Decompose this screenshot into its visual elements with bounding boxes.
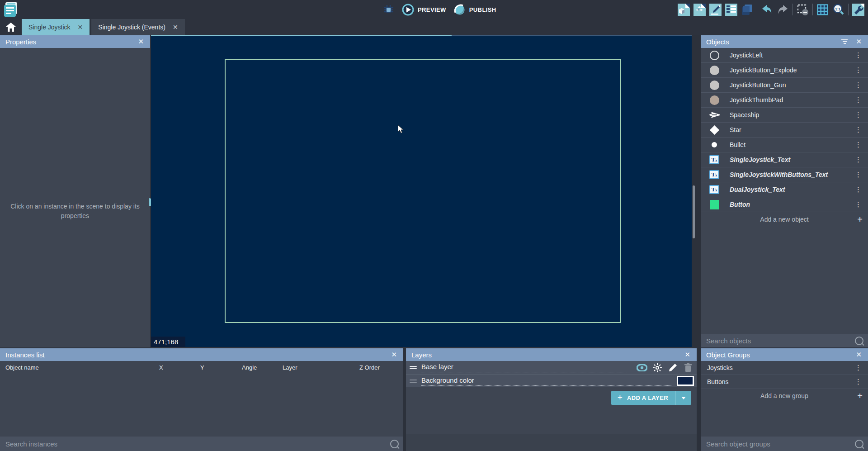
add-layer-button[interactable]: + ADD A LAYER <box>611 391 691 405</box>
column-header: Z Order <box>359 364 380 371</box>
object-name: Button <box>730 201 852 208</box>
close-tab-icon[interactable]: ✕ <box>78 24 83 31</box>
object-name: JoystickButton_Explode <box>730 66 852 74</box>
objects-panel: Objects ✕ JoystickLeft ⋮ JoystickButton_… <box>701 35 868 347</box>
object-menu-icon[interactable]: ⋮ <box>852 142 864 147</box>
gdevelop-logo[interactable] <box>4 2 19 17</box>
add-layer-label: ADD A LAYER <box>627 394 675 401</box>
object-row[interactable]: JoystickButton_Explode ⋮ <box>701 63 868 78</box>
undo-icon[interactable] <box>761 4 773 16</box>
layer-row-base[interactable]: Base layer <box>406 361 697 374</box>
close-panel-icon[interactable]: ✕ <box>855 351 863 359</box>
search-groups-input[interactable] <box>705 440 855 448</box>
object-thumbnail-dot <box>705 142 723 147</box>
close-panel-icon[interactable]: ✕ <box>390 351 398 359</box>
object-name: JoystickThumbPad <box>730 96 852 104</box>
layer-visibility-eye-icon[interactable] <box>636 363 648 373</box>
game-window-bounds <box>225 59 621 323</box>
object-menu-icon[interactable]: ⋮ <box>852 113 864 117</box>
object-row[interactable]: Bullet ⋮ <box>701 138 868 152</box>
publish-button[interactable]: PUBLISH <box>453 4 496 16</box>
group-row[interactable]: Joysticks ⋮ <box>701 361 868 375</box>
drag-handle-icon[interactable] <box>410 365 417 370</box>
object-name: Star <box>730 126 852 133</box>
object-groups-editor-icon[interactable] <box>693 4 706 16</box>
instances-panel: Instances list ✕ Object name X Y Angle L… <box>0 348 403 451</box>
filter-icon[interactable] <box>841 38 848 45</box>
toolbar-divider <box>812 4 813 15</box>
group-menu-icon[interactable]: ⋮ <box>852 366 864 370</box>
layers-editor-icon[interactable] <box>741 4 753 16</box>
layer-row-background[interactable]: Background color <box>406 374 697 387</box>
column-header: Layer <box>283 364 297 371</box>
group-menu-icon[interactable]: ⋮ <box>852 380 864 384</box>
object-menu-icon[interactable]: ⋮ <box>852 172 864 177</box>
delete-instances-icon[interactable] <box>797 4 809 16</box>
instances-column-headers: Object name X Y Angle Layer Z Order <box>0 361 403 374</box>
add-object-button[interactable]: Add a new object + <box>701 212 868 227</box>
object-thumbnail-circle-outline <box>705 51 723 60</box>
object-row[interactable]: SingleJoystick_Text ⋮ <box>701 152 868 167</box>
close-panel-icon[interactable]: ✕ <box>684 351 691 359</box>
object-row[interactable]: Button ⋮ <box>701 197 868 212</box>
close-tab-icon[interactable]: ✕ <box>173 24 178 31</box>
layer-effects-icon[interactable] <box>651 363 663 373</box>
group-name: Joysticks <box>707 364 852 371</box>
tab-bar: Single Joystick ✕ Single Joystick (Event… <box>0 19 868 35</box>
settings-icon[interactable] <box>852 4 864 16</box>
home-tab-button[interactable] <box>0 19 22 35</box>
object-row[interactable]: Spaceship ⋮ <box>701 108 868 123</box>
search-objects-input[interactable] <box>705 337 855 345</box>
object-menu-icon[interactable]: ⋮ <box>852 53 864 57</box>
background-color-swatch[interactable] <box>677 376 694 386</box>
object-name: SingleJoystickWithButtons_Text <box>730 171 852 178</box>
instances-list-icon[interactable] <box>725 4 737 16</box>
object-row[interactable]: JoystickThumbPad ⋮ <box>701 93 868 108</box>
object-name: SingleJoystick_Text <box>730 156 852 163</box>
search-icon <box>855 440 863 448</box>
plus-icon: + <box>857 391 863 401</box>
close-panel-icon[interactable]: ✕ <box>855 38 863 46</box>
object-row[interactable]: JoystickButton_Gun ⋮ <box>701 78 868 93</box>
object-row[interactable]: SingleJoystickWithButtons_Text ⋮ <box>701 167 868 182</box>
layers-panel: Layers ✕ Base layer <box>406 348 697 434</box>
group-row[interactable]: Buttons ⋮ <box>701 375 868 389</box>
properties-panel-icon[interactable] <box>709 4 722 16</box>
home-icon <box>6 23 16 32</box>
grid-icon[interactable] <box>816 4 829 16</box>
objects-scrollbar[interactable] <box>693 185 695 238</box>
object-menu-icon[interactable]: ⋮ <box>852 202 864 207</box>
objects-editor-icon[interactable] <box>678 4 690 16</box>
object-row[interactable]: Star ⋮ <box>701 123 868 138</box>
object-menu-icon[interactable]: ⋮ <box>852 83 864 87</box>
object-menu-icon[interactable]: ⋮ <box>852 98 864 102</box>
scene-canvas[interactable]: 471;168 <box>151 36 692 347</box>
toolbar-divider <box>848 4 849 15</box>
tab-events[interactable]: Single Joystick (Events) ✕ <box>91 19 184 35</box>
add-layer-dropdown[interactable] <box>675 391 691 405</box>
preview-button[interactable]: PREVIEW <box>402 4 446 16</box>
instances-panel-header: Instances list ✕ <box>0 348 403 361</box>
object-menu-icon[interactable]: ⋮ <box>852 157 864 162</box>
object-row[interactable]: JoystickLeft ⋮ <box>701 48 868 63</box>
object-row[interactable]: DualJoystick_Text ⋮ <box>701 182 868 197</box>
search-objects-bar <box>701 334 868 347</box>
object-name: JoystickButton_Gun <box>730 81 852 89</box>
layers-panel-footer <box>406 434 697 451</box>
add-group-button[interactable]: Add a new group + <box>701 389 868 403</box>
redo-icon[interactable] <box>777 4 789 16</box>
panel-title: Layers <box>411 351 432 359</box>
tab-scene[interactable]: Single Joystick ✕ <box>22 19 90 35</box>
search-instances-input[interactable] <box>5 440 390 448</box>
debug-icon[interactable] <box>382 4 395 16</box>
close-panel-icon[interactable]: ✕ <box>137 38 145 46</box>
search-icon <box>855 337 863 345</box>
object-menu-icon[interactable]: ⋮ <box>852 187 864 192</box>
layer-name-field[interactable]: Base layer <box>421 363 627 372</box>
layer-delete-trash-icon[interactable] <box>682 363 694 373</box>
layer-edit-pencil-icon[interactable] <box>667 363 679 373</box>
object-menu-icon[interactable]: ⋮ <box>852 128 864 132</box>
object-menu-icon[interactable]: ⋮ <box>852 68 864 72</box>
add-group-label: Add a new group <box>760 392 808 399</box>
zoom-original-icon[interactable]: 1:1 <box>832 4 844 16</box>
